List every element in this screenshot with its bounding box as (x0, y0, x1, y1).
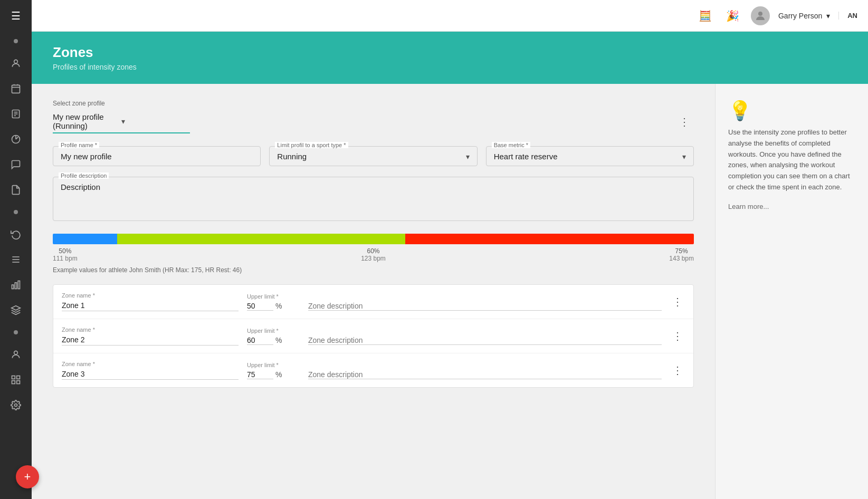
dropdown-chevron-icon: ▾ (121, 117, 190, 126)
zone-3-limit-group: Upper limit * % (247, 362, 300, 379)
svg-rect-17 (18, 281, 20, 289)
users-icon[interactable] (0, 52, 32, 75)
zone-2-limit-input[interactable] (247, 336, 273, 345)
svg-rect-16 (15, 283, 16, 289)
user-name: Garry Person (778, 12, 822, 20)
svg-rect-20 (12, 376, 15, 379)
zone-bar (53, 234, 694, 244)
svg-point-0 (14, 60, 18, 63)
calc-icon[interactable]: 🧮 (696, 6, 715, 25)
settings-icon[interactable] (0, 394, 32, 417)
clipboard-icon[interactable] (0, 102, 32, 126)
base-metric-label: Base metric * (492, 142, 530, 148)
zone-1-limit-group: Upper limit * % (247, 293, 300, 311)
page-title: Zones (53, 44, 847, 61)
zone-pct-60: 60% (361, 247, 386, 255)
file-icon[interactable] (0, 178, 32, 201)
zone-2-limit-label: Upper limit * (247, 328, 300, 334)
sport-type-label: Limit profil to a sport type * (275, 142, 348, 148)
selected-profile-value: My new profile (Running) (53, 112, 121, 130)
zones-table: Zone name * Upper limit * % x (53, 284, 694, 388)
zone-2-limit-row: % (247, 336, 300, 345)
zone-3-limit-input[interactable] (247, 370, 273, 379)
navbar: 🧮 🎉 Garry Person ▾ AN (32, 0, 868, 32)
zone-bpm-50: 111 bpm (53, 255, 78, 262)
learn-more-link[interactable]: Learn more... (728, 203, 769, 210)
language-selector[interactable]: AN (838, 12, 857, 20)
calendar-icon[interactable] (0, 77, 32, 100)
fab-icon: + (24, 470, 31, 484)
profile-name-label: Profile name * (59, 142, 99, 148)
page-header: Zones Profiles of intensity zones (32, 32, 868, 84)
right-panel: 💡 Use the intensity zone profiles to bet… (715, 84, 868, 499)
dropdown-icon: ▾ (826, 12, 830, 20)
zone-2-limit-group: Upper limit * % (247, 328, 300, 345)
zone-3-name-group: Zone name * (62, 361, 239, 380)
zone-2-name-input[interactable] (62, 335, 239, 346)
svg-marker-18 (12, 306, 21, 310)
zone-2-name-group: Zone name * (62, 327, 239, 346)
svg-point-19 (14, 351, 18, 354)
svg-rect-21 (17, 376, 20, 379)
desc-label: Profile description (59, 172, 109, 179)
sidebar: ☰ (0, 0, 32, 499)
description-field: Profile description Description (53, 177, 694, 221)
fab-button[interactable]: + (16, 465, 39, 488)
base-metric-dropdown[interactable]: Heart rate reserve ▾ (494, 152, 686, 161)
content-wrapper: Zones Profiles of intensity zones Select… (32, 32, 868, 499)
message-icon[interactable] (0, 153, 32, 176)
svg-rect-15 (12, 285, 14, 289)
zone-1-desc-input[interactable] (308, 302, 662, 311)
zone-3-limit-label: Upper limit * (247, 362, 300, 368)
tip-text: Use the intensity zone profiles to bette… (728, 127, 855, 193)
zone-2-desc-input[interactable] (308, 336, 662, 345)
zone-2-name-label: Zone name * (62, 327, 239, 333)
profile-more-button[interactable]: ⋮ (675, 113, 694, 130)
athlete-icon[interactable] (0, 343, 32, 366)
refresh-icon[interactable] (0, 223, 32, 246)
zone-bar-container: 50% 111 bpm 60% 123 bpm 75% 143 bpm Exam… (53, 234, 694, 274)
zone-1-name-input[interactable] (62, 301, 239, 311)
main-area: 🧮 🎉 Garry Person ▾ AN Zones Profiles of … (32, 0, 868, 499)
zone-bar-red (405, 234, 694, 244)
svg-rect-22 (12, 381, 15, 384)
sport-type-value: Running (277, 152, 307, 161)
list-icon[interactable] (0, 248, 32, 271)
analytics-icon[interactable] (0, 128, 32, 151)
page-subtitle: Profiles of intensity zones (53, 63, 847, 71)
grid-icon[interactable] (0, 368, 32, 391)
zone-bpm-60: 123 bpm (361, 255, 386, 262)
zone-3-desc-input[interactable] (308, 370, 662, 379)
zone-1-limit-label: Upper limit * (247, 293, 300, 300)
svg-rect-23 (17, 381, 20, 384)
bar-chart-icon[interactable] (0, 273, 32, 296)
zone-3-name-label: Zone name * (62, 361, 239, 367)
zone-3-name-input[interactable] (62, 370, 239, 380)
table-row: Zone name * Upper limit * % x (53, 353, 693, 387)
tip-icon: 💡 (728, 100, 855, 122)
main-content: Select zone profile My new profile (Runn… (32, 84, 868, 499)
desc-textarea[interactable]: Description (61, 183, 686, 214)
hamburger-button[interactable]: ☰ (0, 0, 32, 32)
user-menu[interactable]: Garry Person ▾ (778, 12, 830, 20)
party-icon[interactable]: 🎉 (723, 6, 742, 25)
zone-bar-blue (53, 234, 117, 244)
select-profile-row: My new profile (Running) ▾ ⋮ (53, 110, 694, 133)
layers-icon[interactable] (0, 299, 32, 322)
zone-3-more-button[interactable]: ⋮ (670, 364, 685, 377)
zone-1-more-button[interactable]: ⋮ (670, 295, 685, 308)
sidebar-divider-1 (14, 39, 18, 43)
profile-name-input[interactable] (61, 152, 253, 161)
svg-point-24 (15, 404, 17, 407)
zone-1-pct-label: % (275, 302, 282, 310)
zone-2-more-button[interactable]: ⋮ (670, 330, 685, 342)
athlete-example: Example values for athlete John Smith (H… (53, 266, 694, 274)
zone-profile-dropdown[interactable]: My new profile (Running) ▾ (53, 110, 190, 133)
zone-1-limit-input[interactable] (247, 302, 273, 311)
base-metric-field: Base metric * Heart rate reserve ▾ (486, 146, 694, 166)
zone-2-desc-group: x (308, 327, 662, 345)
profile-name-field: Profile name * (53, 146, 261, 166)
sidebar-divider-3 (14, 330, 18, 334)
sport-type-dropdown[interactable]: Running ▾ (277, 152, 469, 161)
select-profile-label: Select zone profile (53, 100, 694, 107)
